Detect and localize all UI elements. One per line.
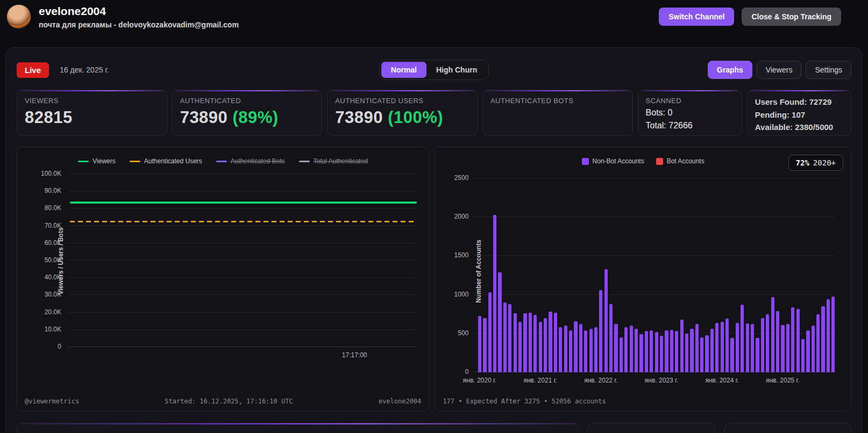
stat-card-authenticated-users: AUTHENTICATED USERS 73890 (100%) xyxy=(327,90,478,136)
charts-row: Viewers Authenticated Users Authenticate… xyxy=(17,147,851,411)
bar xyxy=(751,324,754,372)
nonbot-accounts-swatch xyxy=(582,158,589,165)
x-tick-label: 17:17:00 xyxy=(342,351,367,359)
legend-item-nonbot-accounts[interactable]: Non-Bot Accounts xyxy=(582,157,644,165)
stat-label: AUTHENTICATED xyxy=(180,97,315,105)
bar xyxy=(544,318,547,372)
stat-percent: (89%) xyxy=(232,108,278,127)
y-tick-label: 2500 xyxy=(454,174,469,182)
mode-toggle: Normal High Churn xyxy=(379,60,489,80)
y-tick-label: 1500 xyxy=(454,251,469,259)
stat-label: AUTHENTICATED USERS xyxy=(335,97,469,105)
legend-label: Authenticated Users xyxy=(144,157,202,165)
mode-high-churn-button[interactable]: High Churn xyxy=(426,62,487,78)
channel-title: evelone2004 xyxy=(39,4,659,18)
stat-label: SCANNED xyxy=(646,97,734,105)
authenticated-users-swatch xyxy=(130,161,140,162)
tab-settings[interactable]: Settings xyxy=(806,61,851,79)
gridline: 90.0K xyxy=(67,191,417,191)
bottom-row xyxy=(17,423,851,433)
legend-item-viewers[interactable]: Viewers xyxy=(78,157,115,165)
authenticated-bots-swatch xyxy=(216,161,227,162)
live-badge: Live xyxy=(17,62,49,78)
gridline: 80.0K xyxy=(67,208,417,208)
bar xyxy=(756,338,759,372)
gridline: 20.0K xyxy=(67,312,417,313)
y-tick-label: 10.0K xyxy=(45,326,61,333)
bar xyxy=(670,330,673,372)
bar-chart-legend: Non-Bot Accounts Bot Accounts xyxy=(443,155,843,168)
bar xyxy=(705,335,708,372)
mode-normal-button[interactable]: Normal xyxy=(381,62,426,78)
bar xyxy=(685,334,688,372)
main-panel: Live 16 дек. 2025 г. Normal High Churn G… xyxy=(5,47,863,433)
legend-item-total-authenticated[interactable]: Total Authenticated xyxy=(299,157,368,165)
card-accent xyxy=(17,90,167,91)
card-accent xyxy=(748,90,851,91)
x-tick-label: янв. 2025 г. xyxy=(766,377,799,384)
header: evelone2004 почта для рекламы - delovoyk… xyxy=(0,0,868,33)
switch-channel-button[interactable]: Switch Channel xyxy=(659,8,734,26)
bar xyxy=(620,337,623,372)
stat-number: 73890 xyxy=(180,108,228,127)
bar xyxy=(690,329,693,372)
users-found-line: Users Found: 72729 xyxy=(755,97,843,107)
legend-item-authenticated-users[interactable]: Authenticated Users xyxy=(130,157,202,165)
y-tick-label: 50.0K xyxy=(45,256,61,264)
tab-graphs[interactable]: Graphs xyxy=(708,61,752,79)
bar xyxy=(827,299,830,372)
line-chart-legend: Viewers Authenticated Users Authenticate… xyxy=(25,155,421,168)
y-tick-label: 1000 xyxy=(454,291,469,298)
legend-item-bot-accounts[interactable]: Bot Accounts xyxy=(656,157,705,165)
stat-value-viewers: 82815 xyxy=(25,108,159,127)
bar xyxy=(655,332,658,372)
bar xyxy=(529,313,532,372)
avatar xyxy=(6,4,31,29)
bar xyxy=(589,329,593,372)
bar xyxy=(650,330,653,372)
y-tick-label: 90.0K xyxy=(45,187,61,194)
legend-label: Total Authenticated xyxy=(314,157,368,165)
bar xyxy=(730,338,734,372)
stat-number: 73890 xyxy=(335,108,383,127)
bar xyxy=(508,304,511,372)
stat-percent: (100%) xyxy=(388,108,443,127)
footer-started: Started: 16.12.2025, 17:16:10 UTC xyxy=(165,398,293,405)
line-chart-footer: @viewermetrics Started: 16.12.2025, 17:1… xyxy=(25,398,421,405)
footer-channel: evelone2004 xyxy=(379,398,421,405)
badge-suffix: 2020+ xyxy=(813,158,836,167)
bar xyxy=(700,337,703,372)
stat-card-scanned: SCANNED Bots: 0 Total: 72666 xyxy=(638,90,742,136)
bar xyxy=(710,329,714,372)
accounts-bar-chart-card: Non-Bot Accounts Bot Accounts 72%2020+ N… xyxy=(435,147,851,411)
stat-label: AUTHENTICATED BOTS xyxy=(490,97,625,105)
stream-date: 16 дек. 2025 г. xyxy=(60,66,109,74)
bar xyxy=(624,327,628,372)
x-tick-label: янв. 2022 г. xyxy=(584,377,617,384)
bar xyxy=(766,314,769,372)
tab-viewers[interactable]: Viewers xyxy=(757,61,802,79)
bottom-card-wide xyxy=(17,423,579,433)
legend-label: Authenticated Bots xyxy=(231,157,285,165)
close-stop-tracking-button[interactable]: Close & Stop Tracking xyxy=(742,8,841,26)
y-tick-label: 40.0K xyxy=(45,273,61,281)
bottom-card-small-2 xyxy=(724,423,852,433)
gridline: 10.0K xyxy=(67,329,417,330)
view-tabs: Graphs Viewers Settings xyxy=(708,61,851,79)
stat-card-authenticated-bots: AUTHENTICATED BOTS xyxy=(482,90,633,136)
bar xyxy=(781,325,784,372)
bar xyxy=(660,336,663,372)
x-tick-label: янв. 2024 г. xyxy=(705,377,738,384)
gridline: 70.0K xyxy=(67,226,417,226)
bar xyxy=(493,215,496,372)
stat-value-authenticated-users: 73890 (100%) xyxy=(335,108,469,127)
header-titles: evelone2004 почта для рекламы - delovoyk… xyxy=(39,4,659,28)
y-tick-label: 20.0K xyxy=(45,308,61,316)
bar xyxy=(771,297,774,372)
card-accent xyxy=(173,90,322,91)
bar xyxy=(594,327,597,372)
gridline: 0 xyxy=(67,347,417,347)
legend-label: Bot Accounts xyxy=(667,157,705,165)
bar xyxy=(831,297,835,373)
legend-item-authenticated-bots[interactable]: Authenticated Bots xyxy=(216,157,285,165)
